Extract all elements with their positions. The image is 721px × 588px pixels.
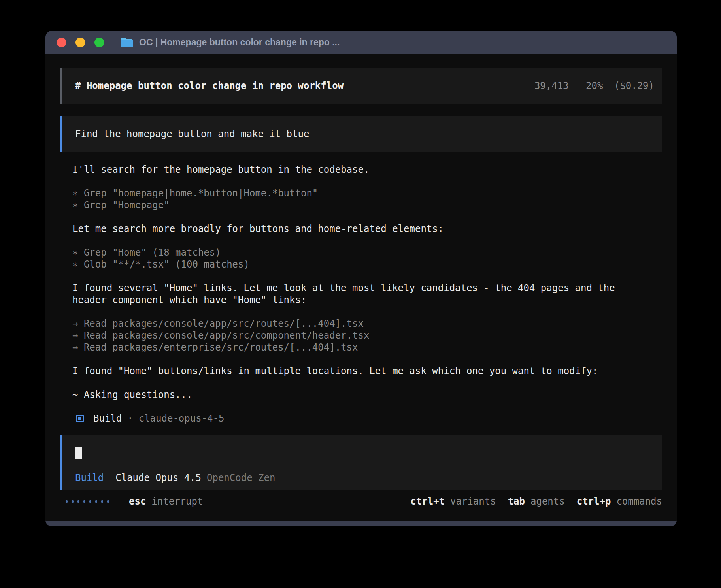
titlebar: OC | Homepage button color change in rep… xyxy=(45,31,677,54)
text-cursor xyxy=(75,447,82,459)
assistant-text-line: I'll search for the homepage button in t… xyxy=(72,164,662,175)
model-row: Build Claude Opus 4.5 OpenCode Zen xyxy=(75,472,649,484)
tool-call-block: ∗ Grep "Home" (18 matches)∗ Glob "**/*.t… xyxy=(72,247,662,270)
shortcut-label: variants xyxy=(450,496,496,507)
spinner-dot xyxy=(83,500,85,503)
tool-call-block: ∗ Grep "homepage|home.*button|Home.*butt… xyxy=(72,187,662,211)
tool-call-block: → Read packages/console/app/src/routes/[… xyxy=(72,318,662,353)
status-bar: esc interrupt ctrl+tvariantstabagentsctr… xyxy=(60,496,662,507)
tool-call-line: → Read packages/enterprise/src/routes/[.… xyxy=(72,341,662,353)
agent-separator: · xyxy=(127,413,133,424)
window-title: OC | Homepage button color change in rep… xyxy=(139,37,340,48)
tool-call-line: → Read packages/console/app/src/componen… xyxy=(72,330,662,341)
shortcut-variants: ctrl+tvariants xyxy=(410,496,496,507)
tool-call-line: ∗ Grep "homepage|home.*button|Home.*butt… xyxy=(72,187,662,199)
shortcut-key: tab xyxy=(508,496,525,507)
spinner-dot xyxy=(72,500,74,503)
session-title: # Homepage button color change in repo w… xyxy=(75,80,344,91)
folder-icon xyxy=(120,36,134,48)
shortcut-label: commands xyxy=(616,496,662,507)
interrupt-key: esc xyxy=(129,496,146,507)
terminal-content: # Homepage button color change in repo w… xyxy=(45,54,677,521)
prompt-input[interactable]: Build Claude Opus 4.5 OpenCode Zen xyxy=(60,435,662,490)
assistant-text-block: Let me search more broadly for buttons a… xyxy=(72,223,662,235)
conversation: I'll search for the homepage button in t… xyxy=(72,164,662,401)
tool-call-line: ∗ Glob "**/*.tsx" (100 matches) xyxy=(72,258,662,270)
assistant-text-line: I found "Home" buttons/links in multiple… xyxy=(72,365,662,377)
working-spinner xyxy=(66,500,113,503)
assistant-text-block: I found "Home" buttons/links in multiple… xyxy=(72,365,662,377)
terminal-window: OC | Homepage button color change in rep… xyxy=(45,31,677,526)
status-bar-right: ctrl+tvariantstabagentsctrl+pcommands xyxy=(398,496,662,507)
status-bar-left: esc interrupt xyxy=(60,496,203,507)
shortcut-key: ctrl+t xyxy=(410,496,445,507)
assistant-text-line: ~ Asking questions... xyxy=(72,389,662,401)
minimize-button[interactable] xyxy=(75,38,85,47)
shortcut-commands: ctrl+pcommands xyxy=(577,496,662,507)
tool-call-line: ∗ Grep "Home" (18 matches) xyxy=(72,247,662,258)
session-header: # Homepage button color change in repo w… xyxy=(60,68,662,104)
assistant-text-block: I found several "Home" links. Let me loo… xyxy=(72,282,662,306)
agent-icon xyxy=(76,415,84,422)
interrupt-label: interrupt xyxy=(151,496,203,507)
session-stats: 39,413 20% ($0.29) xyxy=(534,80,654,91)
assistant-text-line: Let me search more broadly for buttons a… xyxy=(72,223,662,235)
input-provider-label: OpenCode Zen xyxy=(207,472,275,484)
spinner-dot xyxy=(95,500,97,503)
shortcut-key: ctrl+p xyxy=(577,496,611,507)
assistant-text-block: I'll search for the homepage button in t… xyxy=(72,164,662,175)
session-cost: ($0.29) xyxy=(614,80,654,91)
spinner-dot xyxy=(66,500,68,503)
tool-call-line: → Read packages/console/app/src/routes/[… xyxy=(72,318,662,330)
assistant-text-line: header component which have "Home" links… xyxy=(72,294,662,306)
tool-call-line: ∗ Grep "Homepage" xyxy=(72,199,662,211)
agent-model: claude-opus-4-5 xyxy=(139,413,225,424)
input-model-label: Claude Opus 4.5 xyxy=(115,472,201,484)
shortcut-agents: tabagents xyxy=(508,496,565,507)
agent-name: Build xyxy=(93,413,122,424)
input-agent-label: Build xyxy=(75,472,104,484)
assistant-text-line: I found several "Home" links. Let me loo… xyxy=(72,282,662,294)
shortcut-label: agents xyxy=(530,496,565,507)
zoom-button[interactable] xyxy=(94,38,104,47)
spinner-dot xyxy=(77,500,79,503)
agent-status-row: Build · claude-opus-4-5 xyxy=(72,413,662,424)
spinner-dot xyxy=(101,500,103,503)
spinner-dot xyxy=(89,500,91,503)
close-button[interactable] xyxy=(57,38,66,47)
assistant-text-block: ~ Asking questions... xyxy=(72,389,662,401)
user-message: Find the homepage button and make it blu… xyxy=(60,116,662,152)
context-percent: 20% xyxy=(586,80,603,91)
user-message-text: Find the homepage button and make it blu… xyxy=(75,128,309,139)
window-bottom-edge xyxy=(45,521,677,526)
token-count: 39,413 xyxy=(534,80,569,91)
spinner-dot xyxy=(107,500,109,503)
